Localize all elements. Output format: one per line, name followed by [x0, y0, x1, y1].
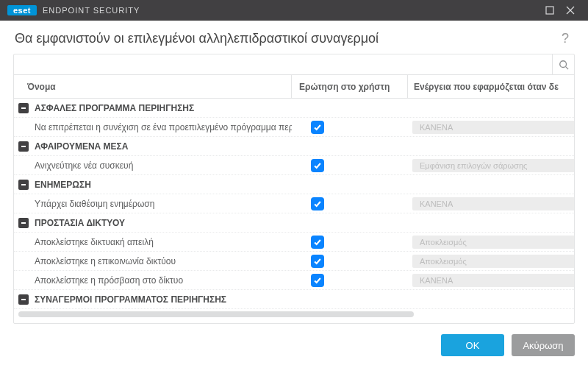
setting-row: Αποκλείστηκε η επικοινωνία δικτύουΑποκλε…	[14, 252, 574, 271]
ok-button[interactable]: OK	[441, 334, 504, 356]
svg-rect-9	[21, 299, 26, 300]
setting-row: Να επιτρέπεται η συνέχιση σε ένα προεπιλ…	[14, 118, 574, 137]
action-select[interactable]: ΚΑΝΕΝΑ	[412, 274, 574, 287]
ask-user-checkbox[interactable]	[311, 159, 324, 172]
column-header-name[interactable]: Όνομα	[14, 75, 292, 98]
searchbar	[14, 54, 574, 75]
group-label: ΠΡΟΣΤΑΣΙΑ ΔΙΚΤΥΟΥ	[35, 218, 125, 228]
collapse-icon[interactable]	[18, 103, 29, 113]
ask-user-checkbox[interactable]	[311, 121, 324, 134]
action-select[interactable]: ΚΑΝΕΝΑ	[412, 197, 574, 210]
setting-row: Αποκλείστηκε η πρόσβαση στο δίκτυοΚΑΝΕΝΑ	[14, 271, 574, 290]
collapse-icon[interactable]	[18, 141, 29, 152]
cancel-button[interactable]: Ακύρωση	[512, 334, 575, 356]
collapse-icon[interactable]	[18, 180, 29, 190]
search-icon[interactable]	[552, 54, 574, 74]
ask-user-checkbox[interactable]	[311, 255, 324, 268]
collapse-icon[interactable]	[18, 294, 29, 305]
window-close-button[interactable]	[560, 0, 581, 21]
action-select[interactable]: Αποκλεισμός	[412, 236, 574, 249]
column-header-ask[interactable]: Ερώτηση στο χρήστη	[292, 75, 408, 98]
column-header-action[interactable]: Ενέργεια που εφαρμόζεται όταν δε	[408, 75, 574, 98]
setting-label: Αποκλείστηκε η επικοινωνία δικτύου	[35, 256, 176, 266]
setting-label: Αποκλείστηκε δικτυακή απειλή	[35, 237, 154, 247]
horizontal-scrollbar[interactable]	[14, 309, 574, 319]
svg-rect-8	[21, 222, 26, 224]
help-icon[interactable]: ?	[557, 31, 573, 46]
window-minimize-button[interactable]	[539, 0, 560, 21]
brand-badge: eset	[7, 5, 37, 15]
setting-label: Να επιτρέπεται η συνέχιση σε ένα προεπιλ…	[35, 122, 292, 132]
group-label: ΣΥΝΑΓΕΡΜΟΙ ΠΡΟΓΡΑΜΜΑΤΟΣ ΠΕΡΙΗΓΗΣΗΣ	[35, 294, 226, 305]
group-row[interactable]: ΑΦΑΙΡΟΥΜΕΝΑ ΜΕΣΑ	[14, 137, 574, 156]
setting-row: Αποκλείστηκε δικτυακή απειλήΑποκλεισμός	[14, 233, 574, 252]
setting-row: Ανιχνεύτηκε νέα συσκευήΕμφάνιση επιλογών…	[14, 156, 574, 175]
svg-point-3	[559, 60, 566, 67]
ask-user-checkbox[interactable]	[311, 197, 324, 210]
svg-rect-6	[21, 146, 26, 147]
group-label: ΑΣΦΑΛΕΣ ΠΡΟΓΡΑΜΜΑ ΠΕΡΙΗΓΗΣΗΣ	[35, 103, 194, 113]
svg-rect-7	[21, 184, 26, 185]
group-label: ΑΦΑΙΡΟΥΜΕΝΑ ΜΕΣΑ	[35, 141, 128, 152]
svg-line-4	[565, 66, 568, 69]
svg-rect-0	[546, 7, 553, 14]
search-input[interactable]	[14, 54, 552, 74]
page-title: Θα εμφανιστούν οι επιλεγμένοι αλληλεπιδρ…	[15, 31, 557, 46]
group-row[interactable]: ΕΝΗΜΕΡΩΣΗ	[14, 175, 574, 194]
setting-label: Υπάρχει διαθέσιμη ενημέρωση	[35, 199, 154, 209]
titlebar: eset ENDPOINT SECURITY	[0, 0, 588, 21]
action-select[interactable]: ΚΑΝΕΝΑ	[412, 121, 574, 134]
action-select[interactable]: Αποκλεισμός	[412, 255, 574, 268]
grid-header: Όνομα Ερώτηση στο χρήστη Ενέργεια που εφ…	[14, 75, 574, 99]
svg-rect-5	[21, 107, 26, 109]
dialog-footer: OK Ακύρωση	[0, 324, 588, 368]
ask-user-checkbox[interactable]	[311, 274, 324, 287]
setting-label: Αποκλείστηκε η πρόσβαση στο δίκτυο	[35, 275, 183, 286]
group-row[interactable]: ΣΥΝΑΓΕΡΜΟΙ ΠΡΟΓΡΑΜΜΑΤΟΣ ΠΕΡΙΗΓΗΣΗΣ	[14, 290, 574, 309]
settings-panel: Όνομα Ερώτηση στο χρήστη Ενέργεια που εφ…	[13, 54, 575, 324]
setting-row: Υπάρχει διαθέσιμη ενημέρωσηΚΑΝΕΝΑ	[14, 194, 574, 213]
action-select[interactable]: Εμφάνιση επιλογών σάρωσης	[412, 159, 574, 172]
group-row[interactable]: ΑΣΦΑΛΕΣ ΠΡΟΓΡΑΜΜΑ ΠΕΡΙΗΓΗΣΗΣ	[14, 99, 574, 118]
settings-grid: Όνομα Ερώτηση στο χρήστη Ενέργεια που εφ…	[14, 75, 574, 323]
product-name: ENDPOINT SECURITY	[43, 6, 140, 15]
setting-label: Ανιχνεύτηκε νέα συσκευή	[35, 160, 133, 171]
group-row[interactable]: ΠΡΟΣΤΑΣΙΑ ΔΙΚΤΥΟΥ	[14, 213, 574, 233]
ask-user-checkbox[interactable]	[311, 236, 324, 249]
group-label: ΕΝΗΜΕΡΩΣΗ	[35, 180, 91, 190]
heading-row: Θα εμφανιστούν οι επιλεγμένοι αλληλεπιδρ…	[0, 21, 588, 54]
collapse-icon[interactable]	[18, 218, 29, 228]
